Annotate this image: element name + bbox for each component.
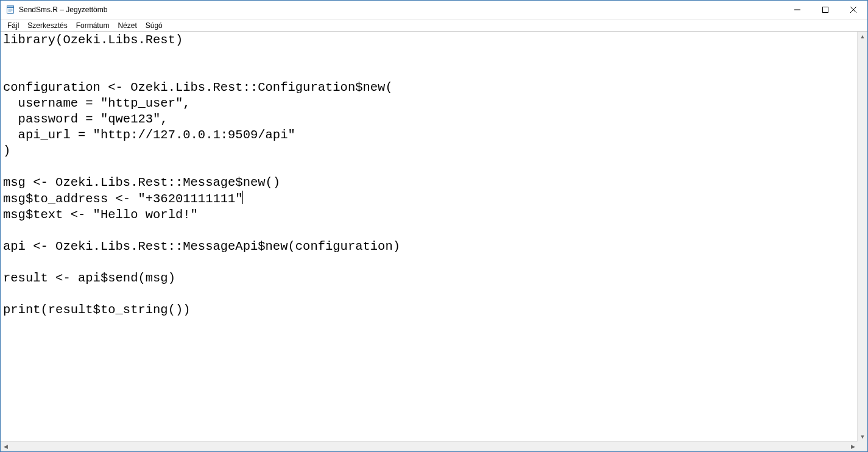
menu-file[interactable]: Fájl bbox=[3, 21, 23, 30]
window-controls bbox=[783, 1, 867, 19]
scroll-right-icon[interactable]: ▶ bbox=[848, 442, 858, 451]
menubar: Fájl Szerkesztés Formátum Nézet Súgó bbox=[1, 19, 867, 32]
content-area: library(Ozeki.Libs.Rest) configuration <… bbox=[1, 32, 867, 451]
minimize-button[interactable] bbox=[783, 1, 811, 19]
notepad-icon bbox=[5, 5, 15, 15]
menu-format[interactable]: Formátum bbox=[72, 21, 114, 30]
titlebar[interactable]: SendSms.R – Jegyzettömb bbox=[1, 1, 867, 19]
scroll-left-icon[interactable]: ◀ bbox=[1, 442, 10, 451]
maximize-button[interactable] bbox=[811, 1, 839, 19]
svg-rect-1 bbox=[7, 6, 14, 8]
window-title: SendSms.R – Jegyzettömb bbox=[19, 5, 107, 14]
scrollbar-corner bbox=[858, 442, 867, 451]
notepad-window: SendSms.R – Jegyzettömb Fájl Szerkesztés… bbox=[0, 0, 868, 452]
menu-view[interactable]: Nézet bbox=[113, 21, 141, 30]
menu-edit[interactable]: Szerkesztés bbox=[23, 21, 71, 30]
vertical-scrollbar[interactable]: ▲ ▼ bbox=[857, 32, 867, 442]
scroll-down-icon[interactable]: ▼ bbox=[858, 432, 867, 442]
close-button[interactable] bbox=[839, 1, 867, 19]
text-editor[interactable]: library(Ozeki.Libs.Rest) configuration <… bbox=[1, 32, 858, 442]
menu-help[interactable]: Súgó bbox=[141, 21, 167, 30]
scroll-up-icon[interactable]: ▲ bbox=[858, 32, 867, 41]
svg-rect-6 bbox=[823, 7, 828, 13]
horizontal-scrollbar[interactable]: ◀ ▶ bbox=[1, 441, 858, 451]
